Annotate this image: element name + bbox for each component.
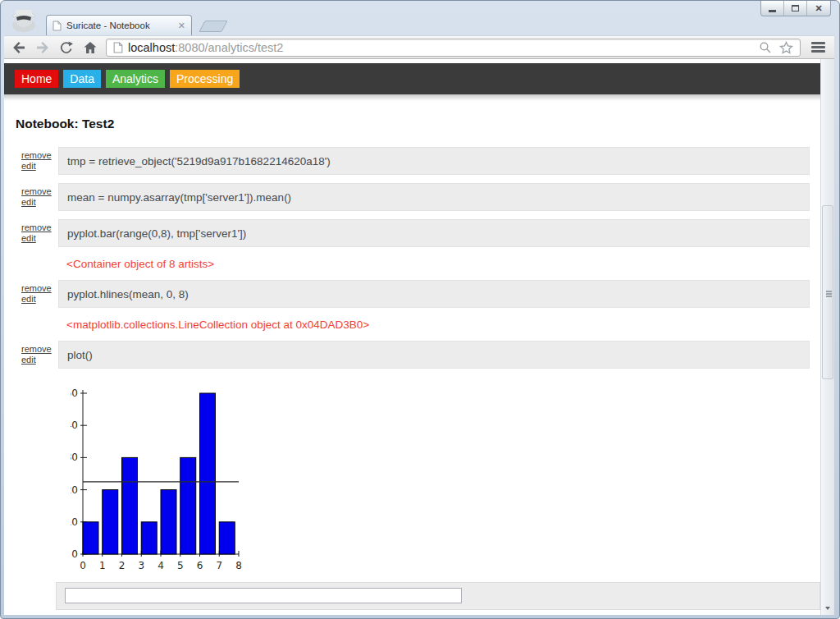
page-viewport: Home Data Analytics Processing Notebook:… xyxy=(4,59,820,615)
url-path: :8080/analytics/test2 xyxy=(175,41,283,54)
remove-link[interactable]: remove xyxy=(21,150,58,161)
maximize-button[interactable] xyxy=(784,1,807,16)
svg-text:1: 1 xyxy=(99,560,106,571)
scrollbar-grip-icon xyxy=(826,291,832,292)
search-icon[interactable] xyxy=(759,41,772,54)
cell-actions: remove edit xyxy=(4,341,58,365)
cell-output: <matplotlib.collections.LineCollection o… xyxy=(66,318,820,332)
new-cell-band xyxy=(56,582,820,610)
nav-data-button[interactable]: Data xyxy=(63,70,101,88)
remove-link[interactable]: remove xyxy=(21,222,58,233)
back-button[interactable] xyxy=(11,39,27,56)
forward-button[interactable] xyxy=(34,39,51,56)
navbar-shadow xyxy=(4,94,820,101)
edit-link[interactable]: edit xyxy=(21,355,58,365)
edit-link[interactable]: edit xyxy=(21,161,58,172)
cell-code: mean = numpy.asarray(tmp['server1']).mea… xyxy=(58,183,810,211)
svg-text:40: 40 xyxy=(71,420,78,431)
cell-actions: remove edit xyxy=(4,183,58,208)
notebook-cell: remove edit pyplot.bar(range(0,8), tmp['… xyxy=(4,219,820,272)
svg-text:10: 10 xyxy=(71,516,78,528)
cell-code: pyplot.bar(range(0,8), tmp['server1']) xyxy=(58,219,810,247)
svg-text:30: 30 xyxy=(71,452,78,463)
svg-text:7: 7 xyxy=(216,560,222,571)
browser-tab[interactable]: Suricate - Notebook ✕ xyxy=(46,15,192,35)
nav-analytics-button[interactable]: Analytics xyxy=(106,70,165,88)
notebook-cell: remove edit pyplot.hlines(mean, 0, 8) <m… xyxy=(4,280,820,332)
url-bar-icons xyxy=(759,41,793,54)
back-icon xyxy=(11,40,26,55)
svg-text:8: 8 xyxy=(235,560,242,571)
cell-code: plot() xyxy=(58,341,810,369)
cell-code: pyplot.hlines(mean, 0, 8) xyxy=(58,280,810,308)
svg-text:4: 4 xyxy=(158,560,164,571)
svg-text:2: 2 xyxy=(119,560,126,571)
window-controls: ✕ xyxy=(760,1,831,16)
browser-toolbar: localhost:8080/analytics/test2 xyxy=(4,35,834,59)
nav-home-button[interactable]: Home xyxy=(15,70,58,88)
new-tab-button[interactable] xyxy=(199,21,227,32)
forward-icon xyxy=(35,40,50,55)
titlebar: Suricate - Notebook ✕ ✕ xyxy=(1,1,839,35)
chart-output: 01020304050012345678 xyxy=(71,374,267,574)
chart-svg: 01020304050012345678 xyxy=(71,374,267,574)
cell-actions: remove edit xyxy=(4,280,58,305)
notebook-cell: remove edit tmp = retrieve_object('5219d… xyxy=(4,147,820,175)
svg-text:0: 0 xyxy=(71,548,78,560)
close-icon: ✕ xyxy=(815,4,822,13)
hamburger-icon xyxy=(811,42,825,44)
close-button[interactable]: ✕ xyxy=(807,1,830,16)
svg-text:50: 50 xyxy=(71,387,78,399)
cell-code: tmp = retrieve_object('5219d9a917b168221… xyxy=(58,147,810,175)
remove-link[interactable]: remove xyxy=(21,186,58,197)
nav-processing-button[interactable]: Processing xyxy=(170,70,240,88)
svg-text:3: 3 xyxy=(138,560,144,571)
home-button[interactable] xyxy=(82,39,98,56)
cell-output: <Container object of 8 artists> xyxy=(66,257,820,272)
tab-close-icon[interactable]: ✕ xyxy=(178,21,185,30)
page-icon xyxy=(113,42,123,53)
home-icon xyxy=(83,40,98,55)
page-title: Notebook: Test2 xyxy=(16,117,820,133)
reload-icon xyxy=(59,40,74,55)
cell-actions: remove edit xyxy=(4,147,58,172)
app-navbar: Home Data Analytics Processing xyxy=(4,63,820,94)
scrollbar-down-arrow-icon[interactable] xyxy=(825,607,830,610)
browser-window: Suricate - Notebook ✕ ✕ xyxy=(0,0,840,619)
svg-text:5: 5 xyxy=(177,560,184,571)
remove-link[interactable]: remove xyxy=(21,344,58,355)
vertical-scrollbar[interactable] xyxy=(820,59,834,615)
remove-link[interactable]: remove xyxy=(21,283,58,294)
bookmark-star-icon[interactable] xyxy=(779,41,793,54)
menu-button[interactable] xyxy=(808,40,828,55)
notebook-cell: remove edit plot() 01020304050012345678 xyxy=(4,341,820,574)
notebook-cells: remove edit tmp = retrieve_object('5219d… xyxy=(4,147,820,574)
url-host: localhost xyxy=(128,41,175,54)
edit-link[interactable]: edit xyxy=(21,233,58,244)
url-text: localhost:8080/analytics/test2 xyxy=(128,41,754,54)
edit-link[interactable]: edit xyxy=(21,294,58,305)
notebook-cell: remove edit mean = numpy.asarray(tmp['se… xyxy=(4,183,820,211)
new-cell-input[interactable] xyxy=(65,588,462,603)
svg-text:6: 6 xyxy=(197,560,203,571)
svg-text:20: 20 xyxy=(71,484,78,496)
edit-link[interactable]: edit xyxy=(21,197,58,208)
svg-text:0: 0 xyxy=(80,560,86,571)
url-bar[interactable]: localhost:8080/analytics/test2 xyxy=(106,39,801,57)
maximize-icon xyxy=(792,5,799,11)
minimize-icon xyxy=(769,10,776,12)
tab-favicon-icon xyxy=(52,21,62,31)
minimize-button[interactable] xyxy=(761,1,784,16)
tab-title: Suricate - Notebook xyxy=(66,21,173,30)
cell-actions: remove edit xyxy=(4,219,58,244)
reload-button[interactable] xyxy=(58,39,75,56)
incognito-icon xyxy=(7,3,40,33)
scrollbar-thumb[interactable] xyxy=(822,205,833,379)
